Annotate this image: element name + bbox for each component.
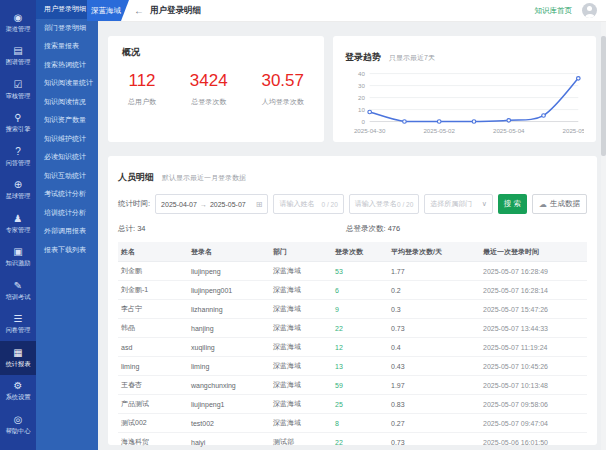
table-row: 韩晶 hanjing 深蓝海域 22 0.73 2025-05-07 13:44… [118,319,587,338]
cell-avg-per-day: 0.73 [388,433,480,450]
cell-name: 测试002 [118,414,188,433]
cell-login: liming [188,357,270,376]
cell-login-count[interactable]: 22 [332,433,388,450]
stat-item: 3424 总登录次数 [190,71,228,107]
detail-title: 人员明细 [118,172,154,182]
cell-avg-per-day: 1.97 [388,376,480,395]
cell-avg-per-day: 0.43 [388,357,480,376]
sidebar-module-item[interactable]: ◎ 帮助中心 [0,408,36,442]
date-range-arrow-icon: → [200,201,207,208]
cell-login: xuqiling [188,338,270,357]
cell-avg-per-day: 1.77 [388,262,480,281]
column-header[interactable]: 登录次数 [332,242,388,262]
name-input[interactable]: 请输入姓名 0 / 20 [273,194,343,214]
cell-dept: 深蓝海域 [270,414,332,433]
sidebar-report-item[interactable]: 部门登录明细 [36,19,98,38]
cell-last-login-time: 2025-05-06 16:01:50 [480,433,587,450]
cell-login-count[interactable]: 6 [332,281,388,300]
dept-select[interactable]: 选择所属部门 ∨ [424,194,493,214]
module-label: 专家管理 [6,226,31,235]
sidebar-module-item[interactable]: ? 问答管理 [0,140,36,174]
globe-icon: ⊕ [14,179,22,191]
sidebar-module-item[interactable]: ⊕ 星球管理 [0,174,36,208]
dashboard-icon: ◉ [14,12,23,24]
column-header[interactable]: 最近一次登录时间 [480,242,587,262]
sidebar-module-item[interactable]: ⚲ 搜索引擎 [0,107,36,141]
library-icon: ▤ [13,45,22,57]
detail-note: 默认显示最近一月登录数据 [162,174,246,181]
login-input[interactable]: 请输入登录名 0 / 20 [349,194,419,214]
trend-title: 登录趋势 [345,52,381,62]
login-char-counter: 0 / 20 [397,201,413,208]
expert-icon: ♟ [14,213,23,225]
sidebar-module-item[interactable]: ▦ 统计报表 [0,341,36,375]
search-button[interactable]: 搜 索 [498,194,527,214]
sidebar-report-item[interactable]: 搜索量报表 [36,37,98,56]
module-label: 星球管理 [6,192,31,201]
cell-login-count[interactable]: 8 [332,414,388,433]
primary-sidebar: ◉ 渠道管理 ▤ 图谱管理 ☑ 审核管理 ⚲ 搜索引擎 ? 问答管理 [0,0,36,450]
help-icon: ◎ [14,414,23,426]
back-arrow-icon[interactable]: ← [134,6,144,16]
cell-last-login-time: 2025-05-07 16:28:49 [480,262,587,281]
sidebar-module-item[interactable]: ☑ 审核管理 [0,73,36,107]
training-icon: ✎ [14,280,22,292]
sidebar-report-item[interactable]: 搜索热词统计 [36,56,98,75]
sidebar-report-item[interactable]: 报表下载列表 [36,241,98,260]
sidebar-report-item[interactable]: 考试统计分析 [36,185,98,204]
column-header[interactable]: 登录名 [188,242,270,262]
kb-home-link[interactable]: 知识库首页 [535,6,573,16]
cell-login-count[interactable]: 59 [332,376,388,395]
user-avatar[interactable] [582,3,597,18]
cell-login-count[interactable]: 9 [332,300,388,319]
cell-dept: 深蓝海域 [270,357,332,376]
cell-dept: 深蓝海域 [270,376,332,395]
sidebar-report-item[interactable]: 培训统计分析 [36,204,98,223]
cell-name: 刘金鹏 [118,262,188,281]
sidebar-module-item[interactable]: ♟ 专家管理 [0,207,36,241]
cell-login-count[interactable]: 22 [332,319,388,338]
trend-card: 登录趋势只显示最近7天 0102030402025-04-302025-05-0… [333,36,596,142]
stat-label: 总用户数 [128,97,156,107]
date-range-input[interactable]: 2025-04-07 → 2025-05-07 ⊞ [155,194,268,214]
sidebar-report-item[interactable]: 知识阅读量统计 [36,74,98,93]
column-header[interactable]: 平均登录次数/天 [388,242,480,262]
cell-avg-per-day: 0.73 [388,319,480,338]
scrollbar-thumb[interactable] [601,36,606,156]
sidebar-module-item[interactable]: ◉ 渠道管理 [0,6,36,40]
overview-title: 概况 [122,46,310,59]
sidebar-module-item[interactable]: ✎ 培训考试 [0,274,36,308]
cell-last-login-time: 2025-05-07 09:58:06 [480,395,587,414]
sidebar-report-item[interactable]: 知识维护统计 [36,130,98,149]
generate-data-button[interactable]: ☁ 生成数据 [532,194,587,214]
time-filter-label: 统计时间: [118,199,150,209]
survey-icon: ☰ [14,313,23,325]
sidebar-report-item[interactable]: 外部调用报表 [36,222,98,241]
sidebar-module-item[interactable]: ⚙ 系统设置 [0,375,36,409]
cell-avg-per-day: 0.83 [388,395,480,414]
cell-login-count[interactable]: 25 [332,395,388,414]
report-icon: ▦ [13,347,22,359]
date-start-value: 2025-04-07 [161,201,197,208]
svg-text:2025-05-02: 2025-05-02 [423,127,455,134]
sidebar-report-item[interactable]: 必读知识统计 [36,148,98,167]
svg-text:2025-05-06: 2025-05-06 [563,127,584,134]
module-label: 问答管理 [6,159,31,168]
table-row: 产品测试 liujinpeng1 深蓝海域 25 0.83 2025-05-07… [118,395,587,414]
sidebar-report-item[interactable]: 知识阅读情况 [36,93,98,112]
column-header[interactable]: 姓名 [118,242,188,262]
stat-label: 总登录次数 [190,97,228,107]
sidebar-report-item[interactable]: 知识资产数量 [36,111,98,130]
column-header[interactable]: 部门 [270,242,332,262]
cell-login-count[interactable]: 12 [332,338,388,357]
cell-last-login-time: 2025-05-07 09:47:04 [480,414,587,433]
svg-text:40: 40 [358,70,365,77]
trend-note: 只显示最近7天 [389,54,435,61]
sidebar-module-item[interactable]: ☰ 问卷管理 [0,308,36,342]
sidebar-module-item[interactable]: ▤ 图谱管理 [0,40,36,74]
cell-login-count[interactable]: 13 [332,357,388,376]
sidebar-module-item[interactable]: ▣ 知识激励 [0,241,36,275]
cell-last-login-time: 2025-05-07 11:19:24 [480,338,587,357]
sidebar-report-item[interactable]: 知识互动统计 [36,167,98,186]
cell-login-count[interactable]: 53 [332,262,388,281]
